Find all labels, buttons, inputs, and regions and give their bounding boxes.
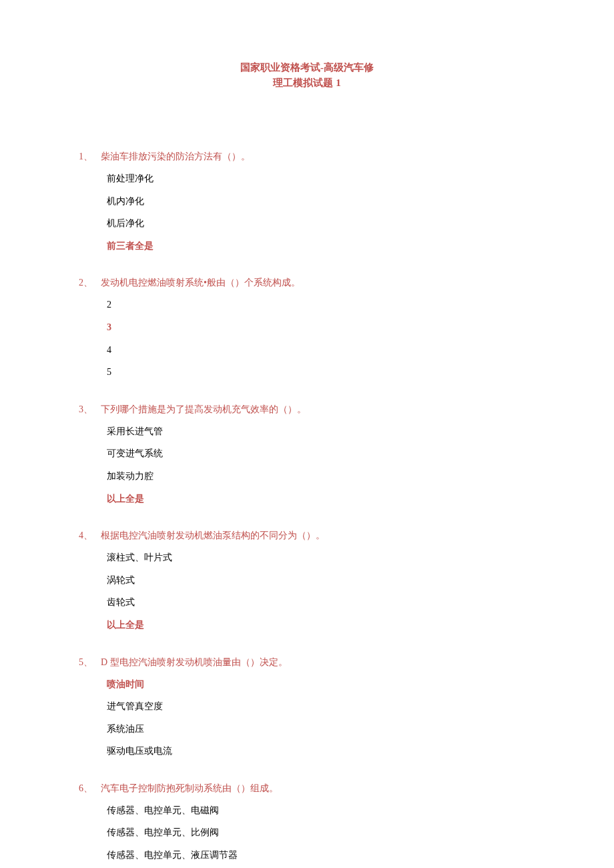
question-number: 1、 <box>79 151 93 161</box>
question-header: 3、 下列哪个措施是为了提高发动机充气效率的（）。 <box>79 403 535 416</box>
option-correct: 前三者全是 <box>107 240 535 253</box>
title-line-2: 理工模拟试题 1 <box>187 75 427 91</box>
option: 传感器、电控单元、液压调节器 <box>107 849 535 862</box>
question-6: 6、 汽车电子控制防抱死制动系统由（）组成。 传感器、电控单元、电磁阀 传感器、… <box>79 782 535 862</box>
option: 涡轮式 <box>107 574 535 587</box>
option: 驱动电压或电流 <box>107 745 535 758</box>
option: 机后净化 <box>107 217 535 230</box>
question-text: 汽车电子控制防抱死制动系统由（）组成。 <box>101 783 278 793</box>
option: 进气管真空度 <box>107 700 535 713</box>
options-list: 喷油时间 进气管真空度 系统油压 驱动电压或电流 <box>79 678 535 758</box>
question-number: 2、 <box>79 278 93 288</box>
question-header: 1、 柴油车排放污染的防治方法有（）。 <box>79 150 535 163</box>
option: 机内净化 <box>107 195 535 208</box>
options-list: 2 3 4 5 <box>79 298 535 378</box>
question-text: 下列哪个措施是为了提高发动机充气效率的（）。 <box>101 404 306 414</box>
option-correct: 喷油时间 <box>107 678 535 691</box>
question-header: 4、 根据电控汽油喷射发动机燃油泵结构的不同分为（）。 <box>79 529 535 542</box>
option: 2 <box>107 298 535 312</box>
option: 系统油压 <box>107 723 535 736</box>
question-text: 发动机电控燃油喷射系统•般由（）个系统构成。 <box>101 278 300 288</box>
question-text: D 型电控汽油喷射发动机喷油量由（）决定。 <box>101 657 288 667</box>
question-5: 5、 D 型电控汽油喷射发动机喷油量由（）决定。 喷油时间 进气管真空度 系统油… <box>79 656 535 758</box>
option: 齿轮式 <box>107 596 535 609</box>
question-number: 5、 <box>79 657 93 667</box>
option-correct: 3 <box>107 321 535 334</box>
page-title: 国家职业资格考试-高级汽车修 理工模拟试题 1 <box>187 60 427 90</box>
question-number: 6、 <box>79 783 93 793</box>
question-number: 4、 <box>79 530 93 540</box>
title-line-1: 国家职业资格考试-高级汽车修 <box>187 60 427 75</box>
options-list: 滚柱式、叶片式 涡轮式 齿轮式 以上全是 <box>79 551 535 631</box>
question-header: 2、 发动机电控燃油喷射系统•般由（）个系统构成。 <box>79 276 535 289</box>
option: 加装动力腔 <box>107 470 535 483</box>
option: 可变进气系统 <box>107 447 535 460</box>
question-text: 柴油车排放污染的防治方法有（）。 <box>101 151 250 161</box>
document-page: 国家职业资格考试-高级汽车修 理工模拟试题 1 1、 柴油车排放污染的防治方法有… <box>0 0 614 868</box>
question-2: 2、 发动机电控燃油喷射系统•般由（）个系统构成。 2 3 4 5 <box>79 276 535 378</box>
question-number: 3、 <box>79 404 93 414</box>
option: 5 <box>107 366 535 379</box>
question-3: 3、 下列哪个措施是为了提高发动机充气效率的（）。 采用长进气管 可变进气系统 … <box>79 403 535 505</box>
question-header: 6、 汽车电子控制防抱死制动系统由（）组成。 <box>79 782 535 795</box>
options-list: 采用长进气管 可变进气系统 加装动力腔 以上全是 <box>79 425 535 505</box>
options-list: 前处理净化 机内净化 机后净化 前三者全是 <box>79 172 535 252</box>
option: 前处理净化 <box>107 172 535 185</box>
option: 滚柱式、叶片式 <box>107 551 535 564</box>
option: 传感器、电控单元、电磁阀 <box>107 804 535 817</box>
option: 传感器、电控单元、比例阀 <box>107 826 535 839</box>
option-correct: 以上全是 <box>107 618 535 632</box>
question-4: 4、 根据电控汽油喷射发动机燃油泵结构的不同分为（）。 滚柱式、叶片式 涡轮式 … <box>79 529 535 631</box>
options-list: 传感器、电控单元、电磁阀 传感器、电控单元、比例阀 传感器、电控单元、液压调节器 <box>79 804 535 862</box>
question-header: 5、 D 型电控汽油喷射发动机喷油量由（）决定。 <box>79 656 535 669</box>
option: 采用长进气管 <box>107 425 535 438</box>
question-1: 1、 柴油车排放污染的防治方法有（）。 前处理净化 机内净化 机后净化 前三者全… <box>79 150 535 252</box>
question-text: 根据电控汽油喷射发动机燃油泵结构的不同分为（）。 <box>101 530 325 540</box>
option: 4 <box>107 344 535 357</box>
option-correct: 以上全是 <box>107 492 535 506</box>
